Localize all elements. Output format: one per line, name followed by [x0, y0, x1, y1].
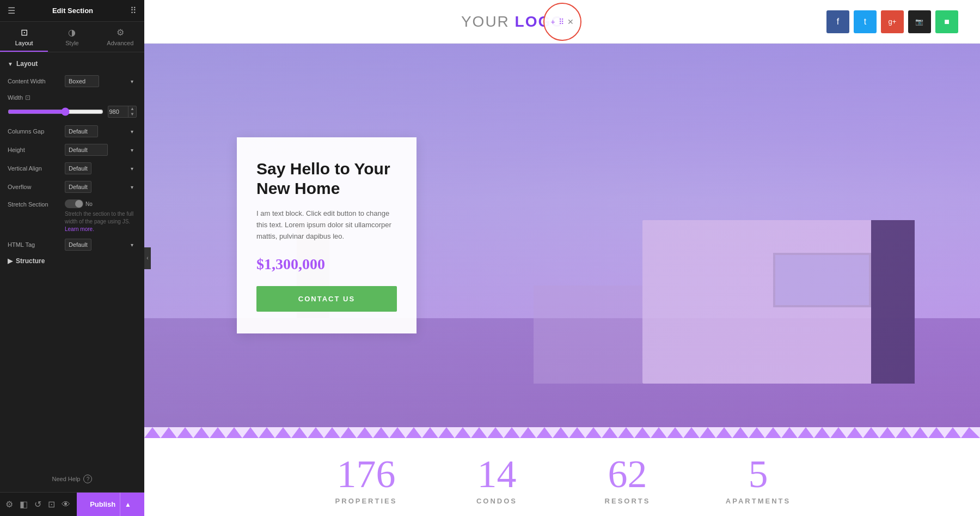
zigzag-divider [144, 427, 980, 438]
columns-gap-select[interactable]: Default No Gap Narrow Extended Wide Wide… [65, 125, 98, 137]
html-tag-label: HTML Tag [8, 241, 65, 248]
overflow-row: Overflow Default Hidden [8, 181, 137, 193]
tab-style[interactable]: ◑ Style [48, 22, 96, 52]
panel-header: ☰ Edit Section ⠿ [0, 0, 144, 22]
overflow-label: Overflow [8, 184, 65, 190]
layout-arrow-icon: ▼ [8, 61, 13, 67]
slider-number: ▲ ▼ [108, 106, 137, 118]
stat-resorts: 62 RESORTS [562, 454, 693, 505]
slider-arrows: ▲ ▼ [128, 106, 136, 117]
content-width-row: Content Width Boxed Full Width [8, 75, 137, 87]
tab-advanced[interactable]: ⚙ Advanced [96, 22, 144, 52]
slider-up-arrow[interactable]: ▲ [128, 106, 136, 112]
stat-resorts-label: RESORTS [605, 497, 651, 505]
google-plus-icon[interactable]: g+ [881, 10, 904, 33]
panel-footer: ⚙ ◧ ↺ ⊡ 👁 Publish ▲ [0, 492, 144, 516]
width-slider[interactable] [8, 107, 103, 116]
logo-light: YOUR [461, 13, 515, 30]
style-tab-icon: ◑ [68, 27, 76, 38]
hamburger-icon[interactable]: ☰ [8, 5, 15, 16]
stretch-toggle-track[interactable] [65, 199, 83, 208]
hero-card: Say Hello to Your New Home I am text blo… [237, 137, 416, 333]
square-icon[interactable]: ■ [935, 10, 958, 33]
stretch-hint: Stretch the section to the full width of… [65, 210, 137, 233]
columns-gap-select-wrapper: Default No Gap Narrow Extended Wide Wide… [65, 125, 137, 137]
section-controls: + ⠿ ✕ [543, 3, 581, 41]
hero-description: I am text block. Click edit button to ch… [256, 208, 397, 242]
tab-layout[interactable]: ⊡ Layout [0, 22, 48, 52]
social-icons: f t g+ 📷 ■ [826, 10, 958, 33]
publish-expand-icon[interactable]: ▲ [120, 493, 131, 517]
layout-tab-label: Layout [15, 40, 33, 46]
stat-resorts-number: 62 [608, 454, 647, 494]
layout-section-label: Layout [16, 60, 38, 68]
layout-tab-icon: ⊡ [21, 27, 28, 38]
width-row: Width ⊡ [8, 94, 137, 101]
html-tag-row: HTML Tag Default div header footer secti… [8, 239, 137, 251]
collapse-panel-button[interactable]: ‹ [144, 247, 151, 269]
panel-title: Edit Section [52, 7, 93, 15]
height-select[interactable]: Default Fit To Screen Min Height [65, 144, 108, 156]
columns-gap-label: Columns Gap [8, 128, 65, 135]
stat-condos-number: 14 [477, 454, 517, 494]
stretch-section-row: Stretch Section No Stretch the section t… [8, 199, 137, 233]
preview-icon[interactable]: 👁 [62, 500, 70, 509]
footer-icons: ⚙ ◧ ↺ ⊡ 👁 [0, 499, 77, 509]
slider-down-arrow[interactable]: ▼ [128, 112, 136, 117]
settings-icon[interactable]: ⚙ [5, 499, 13, 509]
stat-condos-label: CONDOS [476, 497, 517, 505]
stretch-toggle-switch[interactable]: No [65, 199, 137, 208]
stretch-toggle-value: No [85, 201, 93, 207]
stat-properties: 176 PROPERTIES [301, 454, 432, 505]
structure-arrow-icon: ▶ [8, 257, 13, 265]
overflow-select[interactable]: Default Hidden [65, 181, 91, 193]
stat-apartments-number: 5 [749, 454, 768, 494]
responsive-icon[interactable]: ⊡ [48, 499, 55, 509]
layers-icon[interactable]: ◧ [20, 499, 28, 509]
hero-price: $1,300,000 [256, 256, 397, 273]
content-width-select-wrapper: Boxed Full Width [65, 75, 137, 87]
height-row: Height Default Fit To Screen Min Height [8, 144, 137, 156]
site-header: YOUR LOGO + ⠿ ✕ f t g+ 📷 ■ [144, 0, 980, 44]
structure-section-header[interactable]: ▶ Structure [8, 257, 137, 265]
width-icon: ⊡ [25, 94, 30, 101]
need-help-label: Need Help [52, 476, 81, 482]
history-icon[interactable]: ↺ [34, 499, 41, 509]
twitter-icon[interactable]: t [854, 10, 877, 33]
layout-section-header[interactable]: ▼ Layout [8, 60, 137, 68]
section-drag-handle[interactable]: ⠿ [559, 17, 564, 26]
publish-label: Publish [90, 500, 115, 508]
width-number-input[interactable] [108, 108, 128, 115]
instagram-icon[interactable]: 📷 [908, 10, 931, 33]
width-label: Width ⊡ [8, 94, 65, 101]
stats-section: 176 PROPERTIES 14 CONDOS 62 RESORTS 5 AP… [144, 438, 980, 516]
overflow-select-wrapper: Default Hidden [65, 181, 137, 193]
vertical-align-select[interactable]: Default Top Middle Bottom [65, 162, 91, 174]
hero-section: Say Hello to Your New Home I am text blo… [144, 44, 980, 427]
slider-row: ▲ ▼ [8, 106, 137, 118]
html-tag-select[interactable]: Default div header footer section articl… [65, 239, 91, 251]
advanced-tab-icon: ⚙ [117, 27, 124, 38]
content-width-label: Content Width [8, 78, 65, 84]
help-icon[interactable]: ? [83, 475, 92, 483]
stat-apartments: 5 APARTMENTS [693, 454, 824, 505]
html-tag-select-wrapper: Default div header footer section articl… [65, 239, 137, 251]
stat-condos: 14 CONDOS [432, 454, 562, 505]
style-tab-label: Style [65, 40, 78, 46]
panel-content: ▼ Layout Content Width Boxed Full Width … [0, 52, 144, 492]
facebook-icon[interactable]: f [826, 10, 849, 33]
learn-more-link[interactable]: Learn more. [65, 226, 94, 232]
main-content: YOUR LOGO + ⠿ ✕ f t g+ 📷 ■ [144, 0, 980, 516]
publish-button[interactable]: Publish ▲ [77, 493, 144, 517]
stat-properties-label: PROPERTIES [335, 497, 397, 505]
contact-us-button[interactable]: CONTACT US [256, 286, 397, 312]
advanced-tab-label: Advanced [107, 40, 133, 46]
stretch-toggle-thumb [75, 200, 83, 208]
vertical-align-label: Vertical Align [8, 165, 65, 172]
left-panel: ☰ Edit Section ⠿ ⊡ Layout ◑ Style ⚙ Adva… [0, 0, 144, 516]
section-add-button[interactable]: + [550, 17, 555, 26]
height-select-wrapper: Default Fit To Screen Min Height [65, 144, 137, 156]
content-width-select[interactable]: Boxed Full Width [65, 75, 99, 87]
grid-icon[interactable]: ⠿ [130, 5, 137, 16]
section-close-button[interactable]: ✕ [567, 17, 574, 26]
